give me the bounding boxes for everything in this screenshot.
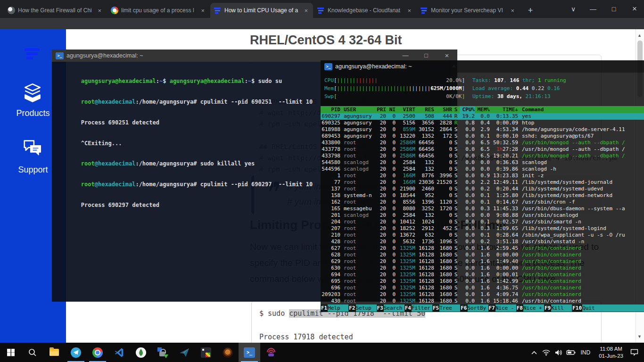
function-key[interactable]: F4Filter — [405, 304, 432, 312]
screenshot-icon — [201, 347, 211, 358]
process-row[interactable]: 695 root 20 0 1325M 16128 1680 S 0.0 1.6… — [321, 278, 644, 285]
products-icon — [22, 82, 43, 106]
window-minimize-button[interactable]: — — [584, 0, 603, 18]
htop-header-row[interactable]: PID USER PRI NI VIRT RES SHR S CPU% MEM%… — [321, 106, 644, 113]
windows-terminal-button[interactable]: >_ — [239, 343, 260, 362]
tab-title: How to Limit CPU Usage of a — [224, 7, 300, 14]
process-row[interactable]: 428 root 20 0 5632 1736 1096 S 0.0 0.2 3… — [321, 239, 644, 245]
tab-favicon — [317, 7, 325, 14]
tab-close-icon[interactable]: × — [199, 7, 206, 14]
start-button[interactable] — [0, 343, 22, 362]
telegram-icon — [71, 347, 81, 358]
browser-toolbar: ← → cloudfanatic.net/crm/index.php/knowl… — [0, 18, 644, 29]
chrome-button[interactable] — [87, 343, 108, 362]
process-row[interactable]: 694 root 20 0 1325M 16128 1680 S 0.0 1.6… — [321, 272, 644, 278]
article-heading: RHEL/CentOS 4 32-64 Bit — [250, 33, 402, 48]
browser-tab[interactable]: Monitor your Servercheap VI × — [417, 3, 520, 18]
process-row[interactable]: 544596 scanlogd 20 0 2584 132 0 S 0.0 0.… — [321, 166, 644, 173]
tab-close-icon[interactable]: × — [303, 7, 309, 14]
command-output: Process 17918 detected — [259, 333, 353, 341]
hidden-icons-chevron[interactable] — [528, 343, 540, 362]
process-row[interactable]: 209203 root 20 0 1325M 16128 1680 S 0.0 … — [321, 291, 644, 298]
taskbar-search-button[interactable] — [22, 343, 43, 362]
process-row[interactable]: 158 systemd-n 20 0 18544 952 0 S 0.0 0.1… — [321, 192, 644, 199]
powershell-icon: >_ — [56, 52, 64, 59]
windows-logo-icon — [7, 349, 15, 356]
process-row[interactable]: 433778 root 20 0 2586M 66456 0 S 0.0 6.5… — [321, 146, 644, 153]
process-row[interactable]: 1 root 20 0 166M 8776 3996 S 0.0 0.9 13:… — [321, 173, 644, 179]
paper-plane-button[interactable] — [173, 343, 195, 362]
process-row[interactable]: 207 root 20 0 18252 2912 452 S 0.0 0.3 1… — [321, 225, 644, 232]
process-row[interactable]: 690297 agungsury 20 0 2500 508 444 R 19.… — [321, 113, 644, 120]
function-key[interactable]: F8Nice + — [516, 304, 544, 312]
load-average-line: Load average: 0.44 0.22 0.16 — [472, 84, 566, 92]
telegram-button[interactable] — [65, 343, 87, 362]
process-row[interactable]: 201 scanlogd 20 0 2584 132 0 S 0.0 0.0 9… — [321, 212, 644, 219]
function-key[interactable]: F3Search — [377, 304, 405, 312]
process-row[interactable]: 210 root 20 0 13672 632 0 S 0.0 0.1 0:28… — [321, 232, 644, 239]
wifi-icon[interactable] — [540, 343, 553, 362]
battery-icon[interactable] — [565, 343, 577, 362]
game-button[interactable] — [217, 343, 239, 362]
browser-tab[interactable]: Knowledgebase - Cloudfanat × — [314, 3, 416, 18]
tab-favicon — [214, 7, 222, 14]
function-key[interactable]: F2Setup — [348, 304, 376, 312]
powershell-icon: >_ — [324, 63, 332, 70]
browser-tab[interactable]: limit cpu usage of a process l × — [107, 3, 210, 18]
language-indicator[interactable]: IND — [581, 349, 591, 356]
window-maximize-button[interactable]: □ — [604, 0, 623, 18]
process-row[interactable]: 162 root 20 0 8556 1396 1120 S 0.0 0.1 0… — [321, 199, 644, 206]
file-explorer-button[interactable] — [43, 343, 65, 362]
window-close-button[interactable]: × — [625, 0, 644, 18]
tab-search-icon[interactable]: ∨ — [564, 0, 583, 18]
process-row[interactable]: 430 root 20 0 1325M 16128 1680 S 0.0 1.6… — [321, 298, 644, 304]
support-icon — [22, 137, 43, 160]
process-row[interactable]: 689453 agungsury 20 0 13220 1352 172 S 0… — [321, 133, 644, 140]
windows-taskbar: >_ IND 11:08 AM 01-Jun-23 — [0, 343, 644, 362]
process-row[interactable]: 696 root 20 0 1325M 16128 1680 S 0.0 1.6… — [321, 285, 644, 291]
new-tab-button[interactable]: + — [524, 4, 537, 16]
scroll-up-icon[interactable]: ▲ — [637, 33, 642, 38]
browser-tab[interactable]: How the Great Firewall of Chi × — [4, 3, 107, 18]
tab-title: Monitor your Servercheap VI — [431, 7, 506, 14]
scroll-down-icon[interactable]: ▼ — [637, 334, 642, 339]
process-row[interactable]: 433800 root 20 0 2586M 66456 0 S 0.0 6.5… — [321, 140, 644, 146]
function-key[interactable]: F5Tree — [432, 304, 460, 312]
function-key[interactable]: F1Help — [321, 304, 348, 312]
volume-icon[interactable] — [553, 343, 565, 362]
process-row[interactable]: 77 root 20 0 166M 23036 21520 S 0.0 2.2 … — [321, 179, 644, 186]
mongodb-compass-button[interactable] — [130, 343, 152, 362]
process-row[interactable]: 544580 scanlogd 20 0 2584 132 0 S 0.0 0.… — [321, 159, 644, 166]
process-row[interactable]: 690325 agungsury 20 0 5156 3656 2828 R 0… — [321, 120, 644, 126]
function-key[interactable]: F6SortBy — [460, 304, 488, 312]
vpn-lock-button[interactable] — [152, 343, 173, 362]
process-row[interactable]: 627 root 20 0 1325M 16128 1680 S 0.0 1.6… — [321, 245, 644, 252]
browser-tab[interactable]: How to Limit CPU Usage of a × — [210, 3, 313, 18]
action-center-icon[interactable] — [628, 343, 640, 362]
clock[interactable]: 11:08 AM 01-Jun-23 — [599, 346, 623, 360]
process-row[interactable]: 137 root 20 0 21900 2460 0 S 0.0 0.2 0:2… — [321, 186, 644, 192]
function-key[interactable]: F10Quit — [572, 304, 603, 312]
process-row[interactable]: 204 root 20 0 10412 1024 0 S 0.0 0.1 0:0… — [321, 219, 644, 225]
process-row[interactable]: 629 root 20 0 1325M 16128 1680 S 0.0 1.6… — [321, 258, 644, 265]
process-row[interactable]: 618988 agungsury 20 0 859M 30152 2864 S … — [321, 126, 644, 133]
terminal-title: agungsurya@hexadecimal: ~ — [66, 52, 395, 59]
chrome-icon — [92, 347, 103, 358]
tab-title: How the Great Firewall of Chi — [18, 7, 93, 14]
htop-title-bar[interactable]: >_ agungsurya@hexadecimal: ~ — [321, 60, 644, 73]
process-row[interactable]: 433798 root 20 0 2586M 66456 0 S 0.0 6.5… — [321, 153, 644, 159]
process-row[interactable]: 628 root 20 0 1325M 16128 1680 S 0.0 1.6… — [321, 252, 644, 258]
tab-close-icon[interactable]: × — [509, 7, 516, 14]
tray-time: 11:08 AM — [599, 346, 623, 353]
tab-close-icon[interactable]: × — [96, 7, 103, 14]
screenshot-tool-button[interactable] — [195, 343, 217, 362]
network-app-button[interactable] — [260, 343, 282, 362]
tray-date: 01-Jun-23 — [599, 353, 623, 360]
tab-close-icon[interactable]: × — [406, 7, 413, 14]
vscode-button[interactable] — [108, 343, 130, 362]
process-row[interactable]: 165 messagebu 20 0 8080 3252 1720 S 0.0 … — [321, 206, 644, 212]
function-key[interactable]: F9Kill — [544, 304, 572, 312]
function-key[interactable]: F7Nice - — [488, 304, 516, 312]
htop-function-key-bar[interactable]: F1HelpF2SetupF3SearchF4FilterF5TreeF6Sor… — [321, 304, 644, 312]
process-row[interactable]: 630 root 20 0 1325M 16128 1680 S 0.0 1.6… — [321, 265, 644, 272]
